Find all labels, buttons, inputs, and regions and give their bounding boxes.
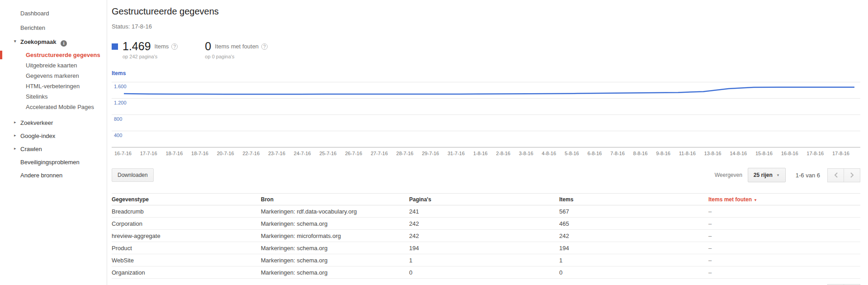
cell-items: 567	[559, 208, 708, 215]
x-axis-label: 7-8-16	[610, 151, 625, 156]
sidebar-item-label: Andere bronnen	[20, 172, 62, 179]
chevron-collapsed-icon: ▸	[14, 120, 16, 124]
column-header-gegevenstype[interactable]: Gegevenstype	[112, 196, 261, 203]
help-icon[interactable]: ?	[171, 43, 178, 50]
chevron-expanded-icon: ▾	[14, 39, 16, 43]
table-row[interactable]: Product Markeringen: schema.org 194 194 …	[112, 242, 860, 254]
cell-items: 242	[559, 233, 708, 239]
sidebar-item-label: Sitelinks	[26, 93, 47, 100]
items-sub-text: op 242 pagina's	[112, 54, 178, 59]
x-axis-label: 28-7-16	[396, 151, 414, 156]
cell-gegevenstype[interactable]: Product	[112, 245, 261, 252]
cell-items: 1	[559, 257, 708, 264]
cell-gegevenstype[interactable]: WebSite	[112, 257, 261, 264]
sidebar-item-label: Berichten	[20, 24, 45, 31]
cell-fouten: –	[708, 269, 860, 276]
x-axis-label: 2-8-16	[496, 151, 510, 156]
cell-items: 465	[559, 220, 708, 227]
sidebar-item-amp[interactable]: Accelerated Mobile Pages	[0, 102, 107, 112]
x-axis-label: 4-8-16	[542, 151, 556, 156]
table-toolbar: Downloaden Weergeven 25 rijen ▼ 1-6 van …	[112, 168, 860, 182]
x-axis-labels: 16-7-1617-7-1618-7-1618-7-1620-7-1622-7-…	[112, 148, 860, 156]
selected-indicator	[0, 51, 2, 59]
sidebar-item-dashboard[interactable]: Dashboard	[0, 6, 107, 21]
sidebar-item-zoekopmaak[interactable]: ▾ Zoekopmaak i	[0, 35, 107, 50]
search-console-page: Dashboard Berichten ▾ Zoekopmaak i Gestr…	[0, 0, 868, 285]
cell-fouten: –	[708, 233, 860, 239]
sidebar-item-label: Zoekopmaak	[20, 38, 56, 45]
chart-title: Items	[112, 70, 860, 76]
cell-bron: Markeringen: schema.org	[261, 220, 409, 227]
table-row[interactable]: hreview-aggregate Markeringen: microform…	[112, 230, 860, 242]
sidebar-item-gegevens-markeren[interactable]: Gegevens markeren	[0, 71, 107, 81]
x-axis-label: 14-8-16	[730, 151, 747, 156]
errors-sub-text: op 0 pagina's	[205, 54, 268, 59]
x-axis-label: 18-7-16	[191, 151, 208, 156]
cell-gegevenstype[interactable]: hreview-aggregate	[112, 233, 261, 239]
x-axis-label: 18-7-16	[165, 151, 183, 156]
x-axis-label: 16-7-16	[114, 151, 132, 156]
info-icon[interactable]: i	[61, 40, 67, 47]
sidebar-item-label: HTML-verbeteringen	[26, 83, 80, 90]
sidebar-item-google-index[interactable]: ▸ Google-index	[0, 129, 107, 142]
x-axis-label: 17-8-16	[807, 151, 824, 156]
cell-paginas: 0	[409, 269, 559, 276]
sidebar-item-label: Crawlen	[20, 146, 42, 152]
sidebar-item-label: Zoekverkeer	[20, 119, 53, 126]
sidebar-item-zoekverkeer[interactable]: ▸ Zoekverkeer	[0, 116, 107, 129]
x-axis-label: 17-8-16	[832, 151, 849, 156]
x-axis-label: 1-8-16	[473, 151, 488, 156]
rows-per-page-select[interactable]: 25 rijen ▼	[748, 168, 786, 182]
cell-gegevenstype[interactable]: Breadcrumb	[112, 208, 261, 215]
sidebar-item-uitgebreide-kaarten[interactable]: Uitgebreide kaarten	[0, 60, 107, 71]
next-page-button[interactable]	[844, 168, 860, 182]
cell-gegevenstype[interactable]: Organization	[112, 269, 261, 276]
cell-paginas: 1	[409, 257, 559, 264]
table-header-row: Gegevenstype Bron Pagina's Items Items m…	[112, 194, 860, 205]
column-header-bron[interactable]: Bron	[261, 196, 409, 203]
chevron-left-icon	[834, 172, 838, 178]
column-header-paginas[interactable]: Pagina's	[409, 196, 559, 203]
table-row[interactable]: Organization Markeringen: schema.org 0 0…	[112, 266, 860, 279]
status-text: Status: 17-8-16	[112, 23, 860, 30]
table-row[interactable]: Breadcrumb Markeringen: rdf.data-vocabul…	[112, 205, 860, 218]
column-header-items-met-fouten[interactable]: Items met fouten▼	[708, 196, 860, 203]
cell-gegevenstype[interactable]: Corporation	[112, 220, 261, 227]
page-title: Gestructureerde gegevens	[112, 6, 860, 17]
table-row[interactable]: WebSite Markeringen: schema.org 1 1 –	[112, 254, 860, 266]
x-axis-label: 17-7-16	[140, 151, 157, 156]
cell-items: 0	[559, 269, 708, 276]
sidebar-item-sitelinks[interactable]: Sitelinks	[0, 91, 107, 102]
column-header-label: Items met fouten	[708, 196, 752, 203]
x-axis-label: 31-7-16	[448, 151, 465, 156]
sidebar-item-beveiligingsproblemen[interactable]: Beveiligingsproblemen	[0, 156, 107, 169]
x-axis-label: 13-8-16	[704, 151, 722, 156]
sidebar-item-crawlen[interactable]: ▸ Crawlen	[0, 142, 107, 156]
pagination	[827, 168, 860, 182]
pagination-range: 1-6 van 6	[796, 172, 820, 179]
download-button[interactable]: Downloaden	[112, 168, 154, 182]
x-axis-label: 16-8-16	[781, 151, 798, 156]
rows-per-page-value: 25 rijen	[754, 172, 773, 178]
chevron-right-icon	[850, 172, 854, 178]
prev-page-button[interactable]	[827, 168, 844, 182]
stats-row: 1.469 Items ? op 242 pagina's 0 Items me…	[112, 40, 860, 59]
sidebar-item-berichten[interactable]: Berichten	[0, 21, 107, 35]
cell-fouten: –	[708, 208, 860, 215]
sidebar-item-html-verbeteringen[interactable]: HTML-verbeteringen	[0, 81, 107, 91]
items-label: Items	[155, 43, 169, 50]
chart-canvas	[112, 80, 860, 148]
x-axis-label: 27-7-16	[371, 151, 388, 156]
sidebar-item-andere-bronnen[interactable]: Andere bronnen	[0, 169, 107, 182]
column-header-items[interactable]: Items	[559, 196, 708, 203]
help-icon[interactable]: ?	[261, 43, 268, 50]
rows-per-page-label: Weergeven	[715, 172, 742, 178]
cell-fouten: –	[708, 245, 860, 252]
sidebar-item-label: Gegevens markeren	[26, 72, 79, 79]
sort-desc-icon: ▼	[754, 198, 757, 202]
table-row[interactable]: Corporation Markeringen: schema.org 242 …	[112, 218, 860, 230]
cell-bron: Markeringen: schema.org	[261, 269, 409, 276]
items-chart: Items 1.600 1.200 800 400 16-7-1617-7-16…	[112, 70, 860, 156]
sidebar-item-gestructureerde-gegevens[interactable]: Gestructureerde gegevens	[0, 50, 107, 60]
x-axis-label: 23-7-16	[268, 151, 285, 156]
